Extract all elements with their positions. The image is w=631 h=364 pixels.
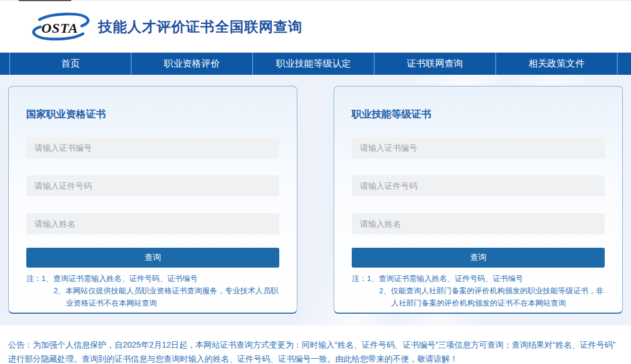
name-input[interactable] <box>352 213 605 234</box>
query-button[interactable]: 查询 <box>352 248 605 268</box>
main-nav: 首页 职业资格评价 职业技能等级认定 证书联网查询 相关政策文件 <box>0 53 631 75</box>
nav-item-home[interactable]: 首页 <box>9 53 131 75</box>
nav-item-certificate-online-query[interactable]: 证书联网查询 <box>374 53 495 75</box>
site-header: OSTA 技能人才评价证书全国联网查询 <box>0 1 631 53</box>
panel-title: 国家职业资格证书 <box>26 108 279 121</box>
page-title: 技能人才评价证书全国联网查询 <box>98 18 303 36</box>
certificate-number-input[interactable] <box>26 137 279 158</box>
logo-text: OSTA <box>41 20 78 36</box>
announcement-section: 公告：为加强个人信息保护，自2025年2月12日起，本网站证书查询方式变更为：同… <box>0 325 631 364</box>
nav-item-vocational-qualification-evaluation[interactable]: 职业资格评价 <box>131 53 252 75</box>
id-number-input[interactable] <box>352 175 605 196</box>
note-line-1: 1、查询证书需输入姓名、证件号码、证书编号 <box>41 273 279 285</box>
name-input[interactable] <box>26 213 279 234</box>
nav-right-sliver <box>617 53 631 75</box>
national-qualification-certificate-panel: 国家职业资格证书 查询 注： 1、查询证书需输入姓名、证件号码、证书编号 2、本… <box>8 86 297 314</box>
note-line-1: 1、查询证书需输入姓名、证件号码、证书编号 <box>367 273 605 285</box>
nav-item-policy-documents[interactable]: 相关政策文件 <box>495 53 617 75</box>
osta-logo-icon: OSTA <box>30 12 91 42</box>
panel-notes: 注： 1、查询证书需输入姓名、证件号码、证书编号 2、本网站仅提供技能人员职业资… <box>26 273 279 309</box>
note-label: 注： <box>352 273 367 309</box>
panel-notes: 注： 1、查询证书需输入姓名、证件号码、证书编号 2、仅能查询人社部门备案的评价… <box>352 273 605 309</box>
id-number-input[interactable] <box>26 175 279 196</box>
note-label: 注： <box>26 273 41 309</box>
note-line-2: 2、本网站仅提供技能人员职业资格证书查询服务，专业技术人员职业资格证书不在本网站… <box>54 285 279 310</box>
announcement-text: 公告：为加强个人信息保护，自2025年2月12日起，本网站证书查询方式变更为：同… <box>8 338 623 364</box>
note-line-2: 2、仅能查询人社部门备案的评价机构颁发的职业技能等级证书，非人社部门备案的评价机… <box>379 285 605 310</box>
panel-title: 职业技能等级证书 <box>352 108 605 121</box>
query-panels-area: 国家职业资格证书 查询 注： 1、查询证书需输入姓名、证件号码、证书编号 2、本… <box>0 75 631 325</box>
window-edge-artifact <box>19 0 71 1</box>
certificate-number-input[interactable] <box>352 137 605 158</box>
skill-level-certificate-panel: 职业技能等级证书 查询 注： 1、查询证书需输入姓名、证件号码、证书编号 2、仅… <box>334 86 623 314</box>
nav-left-sliver <box>0 53 9 75</box>
query-button[interactable]: 查询 <box>26 248 279 268</box>
nav-item-skill-level-certification[interactable]: 职业技能等级认定 <box>252 53 374 75</box>
